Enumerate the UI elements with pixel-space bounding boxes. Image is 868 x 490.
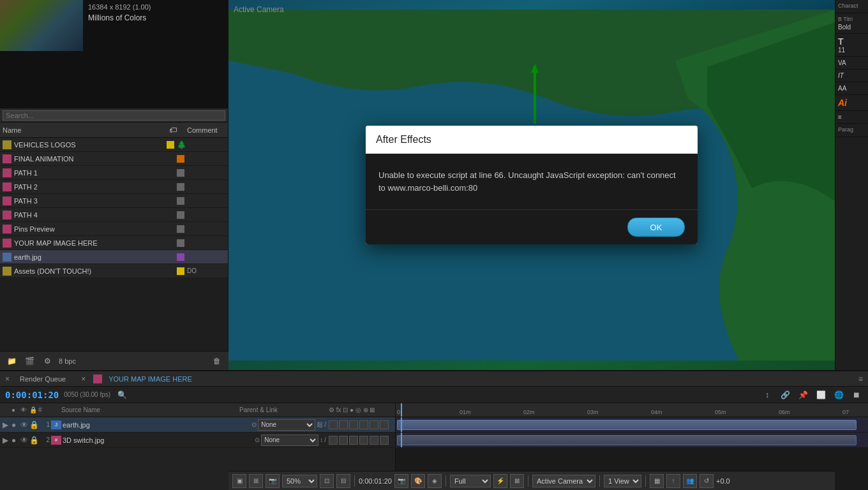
list-item[interactable]: PATH 3 — [0, 194, 228, 208]
fit-icon[interactable]: ⊡ — [320, 474, 334, 488]
settings-icon[interactable]: ⚙ — [41, 355, 54, 368]
switch-2[interactable] — [339, 420, 348, 429]
new-comp-icon[interactable]: 🎬 — [23, 355, 36, 368]
region-icon[interactable]: ⊠ — [510, 474, 524, 488]
list-item[interactable]: VEHICLES LOGOS 🌲 — [0, 138, 228, 152]
layer-solo[interactable]: ● — [11, 420, 20, 429]
export-icon[interactable]: ↑ — [666, 474, 680, 488]
list-item[interactable]: FINAL ANIMATION — [0, 152, 228, 166]
layer-row[interactable]: ▶ ● 👁 🔒 1 J earth.jpg ⊙ None ⛓ / — [0, 417, 395, 433]
project-search-input[interactable] — [3, 110, 225, 121]
item-label-color — [177, 197, 184, 205]
camera-toggle-icon[interactable]: 📷 — [266, 474, 280, 488]
layer-parent-select[interactable]: None — [258, 419, 315, 431]
layer-expand[interactable]: ▶ — [3, 420, 11, 429]
safe-zones-icon[interactable]: ⊟ — [336, 474, 350, 488]
layer-lock[interactable]: 🔒 — [29, 436, 38, 445]
layer-bar-1[interactable] — [397, 420, 857, 430]
layer-parent-select[interactable]: None — [261, 434, 318, 446]
snapshot-icon[interactable]: 📷 — [394, 474, 408, 488]
switch-3[interactable] — [349, 436, 358, 445]
timeline-controls: 0:00:01:20 0050 (30.00 fps) 🔍 ↕ 🔗 📌 ⬜ 🌐 … — [0, 387, 868, 403]
fast-preview-icon[interactable]: ⚡ — [493, 474, 507, 488]
viewer-icon[interactable]: ▣ — [232, 474, 246, 488]
item-label-color — [177, 155, 184, 163]
switch-1[interactable] — [329, 436, 338, 445]
list-item[interactable]: earth.jpg — [0, 250, 228, 264]
resolution-select[interactable]: Full Half Quarter — [450, 475, 491, 487]
new-folder-icon[interactable]: 📁 — [5, 355, 18, 368]
view-select[interactable]: 1 View — [604, 475, 641, 487]
dialog-footer: OK — [366, 209, 698, 244]
zoom-select[interactable]: 50% 100% 25% — [282, 475, 317, 487]
list-item[interactable]: PATH 1 — [0, 166, 228, 180]
move-tool-icon[interactable]: ↕ — [761, 389, 774, 401]
switch-4[interactable] — [359, 436, 368, 445]
list-item[interactable]: YOUR MAP IMAGE HERE — [0, 236, 228, 250]
list-item[interactable]: Pins Preview — [0, 222, 228, 236]
timeline-ruler: 0 01m 02m 03m 04m 05m 06m 07 — [396, 403, 868, 417]
users-icon[interactable]: 👥 — [683, 474, 697, 488]
globe-tool-icon[interactable]: 🌐 — [832, 389, 845, 401]
comp-tab-close[interactable]: × — [81, 375, 86, 383]
link-tool-icon[interactable]: 🔗 — [779, 389, 791, 401]
edit-icon2: / — [324, 436, 326, 443]
camera-select[interactable]: Active Camera — [532, 475, 595, 487]
render-icon[interactable]: ▦ — [650, 474, 664, 488]
color-icon[interactable]: 🎨 — [411, 474, 425, 488]
render-queue-tab[interactable]: Render Queue — [17, 375, 68, 383]
switch-4[interactable] — [359, 420, 368, 429]
switch-2[interactable] — [339, 436, 348, 445]
layer-expand[interactable]: ▶ — [3, 436, 11, 445]
switch-3[interactable] — [349, 420, 358, 429]
ruler-mark-0: 0 — [397, 409, 400, 415]
switch-5[interactable] — [370, 436, 378, 445]
list-item[interactable]: Assets (DON'T TOUCH!) DO — [0, 264, 228, 278]
layer-eye[interactable]: 👁 — [20, 420, 29, 429]
lock-col: 🔒 — [29, 406, 38, 413]
link-icon2: ↕ — [320, 436, 323, 443]
search-timecode-icon[interactable]: 🔍 — [116, 389, 128, 401]
item-icon-comp — [3, 211, 11, 219]
capture-tool-icon[interactable]: ⏹ — [850, 389, 863, 401]
item-name: FINAL ANIMATION — [14, 155, 177, 163]
layer-lock[interactable]: 🔒 — [29, 420, 38, 429]
comp-tab-title[interactable]: YOUR MAP IMAGE HERE — [108, 375, 192, 383]
playhead[interactable] — [401, 403, 402, 417]
transparency-icon[interactable]: ◈ — [428, 474, 442, 488]
pin-tool-icon[interactable]: 📌 — [797, 389, 809, 401]
item-icon-folder — [3, 140, 11, 149]
ok-button[interactable]: OK — [627, 218, 685, 237]
va-section: VA — [835, 57, 868, 70]
parent-link-icon: ⊙ — [255, 436, 260, 443]
item-tree-icon: 🌲 — [177, 140, 187, 149]
switch-1[interactable] — [329, 420, 338, 429]
sync-icon[interactable]: ↺ — [700, 474, 714, 488]
parag-label: Parag — [838, 126, 865, 133]
switch-6[interactable] — [380, 436, 389, 445]
trash-icon[interactable]: 🗑 — [211, 355, 223, 368]
bpc-display: 8 bpc — [59, 357, 76, 365]
solo-col: ● — [11, 406, 20, 413]
project-list: VEHICLES LOGOS 🌲 FINAL ANIMATION PATH 1 … — [0, 138, 228, 278]
switch-6[interactable] — [380, 420, 389, 429]
layer-eye[interactable]: 👁 — [20, 436, 29, 445]
switch-5[interactable] — [370, 420, 378, 429]
layer-row[interactable]: ▶ ● 👁 🔒 2 # 3D switch.jpg ⊙ None ↕ / — [0, 433, 395, 448]
parag-section: Parag — [835, 124, 868, 137]
list-item[interactable]: PATH 4 — [0, 208, 228, 222]
layer-type-icon: J — [51, 420, 61, 429]
parent-link-icon: ⊙ — [251, 421, 257, 428]
comp-icon — [93, 375, 102, 383]
render-queue-close[interactable]: × — [5, 375, 10, 383]
grid-icon[interactable]: ⊞ — [249, 474, 263, 488]
timeline-menu-icon[interactable]: ≡ — [858, 375, 863, 383]
layer-bar-2[interactable] — [397, 435, 857, 445]
ruler-mark-6m: 06m — [779, 409, 790, 415]
project-search-bar — [0, 108, 228, 122]
layer-solo[interactable]: ● — [11, 436, 20, 445]
item-label-color — [167, 141, 174, 149]
mask-tool-icon[interactable]: ⬜ — [814, 389, 827, 401]
list-item[interactable]: PATH 2 — [0, 180, 228, 194]
dialog-body: Unable to execute script at line 66. Unc… — [366, 154, 698, 209]
